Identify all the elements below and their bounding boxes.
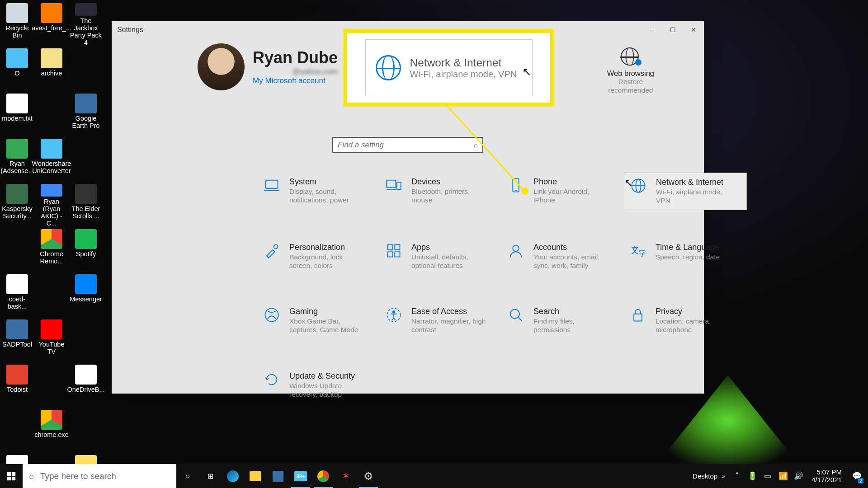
svg-rect-24 bbox=[7, 472, 11, 475]
svg-point-15 bbox=[513, 245, 519, 251]
category-lock[interactable]: Privacy Location, camera, microphone bbox=[625, 302, 747, 339]
category-xbox[interactable]: Gaming Xbox Game Bar, captures, Game Mod… bbox=[259, 302, 381, 339]
taskbar-search[interactable]: ⌕ Type here to search bbox=[23, 464, 176, 488]
desktop-icon[interactable]: Ryan (Ryan AKIC) - C... bbox=[34, 183, 69, 228]
app-icon bbox=[6, 184, 28, 204]
start-button[interactable] bbox=[0, 464, 23, 488]
desktop-icon[interactable]: SADPTool bbox=[0, 319, 34, 364]
category-access[interactable]: Ease of Access Narrator, magnifier, high… bbox=[381, 302, 503, 339]
desktop-icon[interactable]: chrome.exe bbox=[34, 409, 69, 454]
desktop-icon-label: Kaspersky Security... bbox=[1, 206, 33, 220]
desktop-icon[interactable]: modem.txt bbox=[0, 93, 34, 138]
category-globe[interactable]: Network & Internet Wi-Fi, airplane mode,… bbox=[625, 173, 747, 210]
category-person[interactable]: Accounts Your accounts, email, sync, wor… bbox=[503, 238, 625, 275]
app-icon bbox=[41, 184, 62, 197]
svg-rect-12 bbox=[395, 244, 400, 249]
microsoft-account-link[interactable]: My Microsoft account bbox=[253, 76, 338, 85]
category-devices[interactable]: Devices Bluetooth, printers, mouse bbox=[381, 173, 503, 210]
category-title: Ease of Access bbox=[411, 307, 486, 316]
clock-date: 4/17/2021 bbox=[811, 476, 842, 484]
svg-point-10 bbox=[274, 244, 278, 249]
desktop-icon[interactable]: Todoist bbox=[0, 364, 34, 409]
app-icon bbox=[75, 184, 97, 204]
category-title: Personalization bbox=[289, 243, 364, 252]
tray-overflow-button[interactable]: ˄ bbox=[730, 464, 744, 488]
desktop-icon[interactable]: Messenger bbox=[69, 273, 103, 319]
desktop-toolbar-label[interactable]: Desktop bbox=[693, 472, 717, 480]
desktop-icon[interactable]: Wondershare UniConverter bbox=[34, 138, 69, 183]
desktop-icon[interactable]: YouTube TV bbox=[34, 319, 69, 364]
app-icon bbox=[75, 365, 97, 385]
app-icon bbox=[6, 319, 28, 339]
category-laptop[interactable]: System Display, sound, notifications, po… bbox=[259, 173, 381, 210]
maximize-button[interactable]: ☐ bbox=[662, 21, 683, 38]
callout-inner-card[interactable]: Network & Internet Wi-Fi, airplane mode,… bbox=[365, 39, 533, 96]
category-subtitle: Display, sound, notifications, power bbox=[289, 187, 364, 205]
category-apps[interactable]: Apps Uninstall, defaults, optional featu… bbox=[381, 238, 503, 275]
user-name: Ryan Dube bbox=[253, 48, 338, 67]
category-title: Devices bbox=[411, 177, 486, 187]
search-icon: ⌕ bbox=[29, 471, 34, 481]
battery-icon[interactable]: 🔋 bbox=[745, 464, 759, 488]
taskbar-app-store[interactable] bbox=[267, 464, 289, 488]
desktop-icon[interactable]: avast_free_... bbox=[34, 2, 69, 47]
desktop-icon[interactable]: Recycle Bin bbox=[0, 2, 34, 47]
app-icon bbox=[6, 94, 28, 113]
cast-icon[interactable]: ▭ bbox=[761, 464, 774, 488]
status-dot-icon bbox=[635, 59, 642, 66]
volume-icon[interactable]: 🔊 bbox=[792, 464, 805, 488]
category-search[interactable]: Search Find my files, permissions bbox=[503, 302, 625, 339]
category-subtitle: Bluetooth, printers, mouse bbox=[411, 187, 486, 205]
desktop-icon[interactable]: Spotify bbox=[69, 228, 103, 273]
taskbar-search-placeholder: Type here to search bbox=[40, 471, 116, 481]
svg-point-19 bbox=[393, 311, 395, 313]
taskbar-app-unknown[interactable]: ✶ bbox=[335, 464, 357, 488]
desktop-icon[interactable]: Kaspersky Security... bbox=[0, 183, 34, 228]
chevron-right-icon[interactable]: » bbox=[722, 474, 725, 479]
desktop-icon-label: Ryan (Ryan AKIC) - C... bbox=[35, 198, 68, 227]
cursor-icon: ↖ bbox=[624, 177, 632, 189]
task-view-button[interactable]: ⊞ bbox=[199, 464, 222, 488]
desktop-icon[interactable]: OneDriveB... bbox=[69, 364, 103, 409]
search-icon: ⌕ bbox=[474, 141, 478, 149]
brush-icon bbox=[262, 243, 281, 262]
desktop-icon[interactable]: archive bbox=[34, 47, 69, 93]
desktop-icon[interactable]: O bbox=[0, 47, 34, 93]
action-center-button[interactable]: 💬 2 bbox=[848, 464, 865, 488]
desktop-icon[interactable]: Google Earth Pro bbox=[69, 93, 103, 138]
app-icon bbox=[41, 229, 62, 249]
find-setting-searchbox[interactable]: ⌕ bbox=[332, 137, 483, 153]
app-icon bbox=[41, 139, 62, 159]
user-avatar[interactable] bbox=[198, 43, 245, 90]
desktop-icon[interactable]: Chrome Remo... bbox=[34, 228, 69, 273]
desktop-icon[interactable]: The Elder Scrolls ... bbox=[69, 183, 103, 228]
category-update[interactable]: Update & Security Windows Update, recove… bbox=[259, 367, 381, 404]
category-lang[interactable]: 字 Time & Language Speech, region, date bbox=[625, 238, 747, 275]
lock-icon bbox=[628, 307, 647, 326]
minimize-button[interactable]: ─ bbox=[642, 21, 662, 38]
desktop-icon-label: chrome.exe bbox=[34, 432, 69, 439]
taskbar-clock[interactable]: 5:07 PM 4/17/2021 bbox=[807, 469, 846, 483]
devices-icon bbox=[384, 177, 403, 196]
xbox-icon bbox=[262, 307, 281, 326]
search-input[interactable] bbox=[338, 141, 474, 150]
close-button[interactable]: ✕ bbox=[683, 21, 704, 38]
wifi-icon[interactable]: 📶 bbox=[776, 464, 790, 488]
taskbar-app-settings[interactable]: ⚙ bbox=[357, 464, 380, 488]
cortana-button[interactable]: ○ bbox=[176, 464, 199, 488]
desktop-icon[interactable]: The Jackbox Party Pack 4 bbox=[69, 2, 103, 47]
desktop-icon-label: Spotify bbox=[76, 251, 96, 258]
desktop-icon[interactable]: coed-bask... bbox=[0, 273, 34, 319]
taskbar-app-chrome[interactable] bbox=[312, 464, 335, 488]
taskbar-app-messages[interactable]: 99+ bbox=[289, 464, 312, 488]
taskbar-app-explorer[interactable] bbox=[244, 464, 267, 488]
desktop-icon[interactable]: Ryan (Adsense... bbox=[0, 138, 34, 183]
taskbar-app-edge[interactable] bbox=[222, 464, 244, 488]
category-title: Search bbox=[533, 307, 608, 316]
desktop-icon-label: modem.txt bbox=[2, 115, 33, 122]
app-icon bbox=[6, 365, 28, 385]
svg-rect-0 bbox=[266, 180, 278, 188]
category-brush[interactable]: Personalization Background, lock screen,… bbox=[259, 238, 381, 275]
category-subtitle: Background, lock screen, colors bbox=[289, 253, 364, 270]
web-browsing-recommendation[interactable]: Web browsing Restore recommended bbox=[607, 47, 654, 94]
